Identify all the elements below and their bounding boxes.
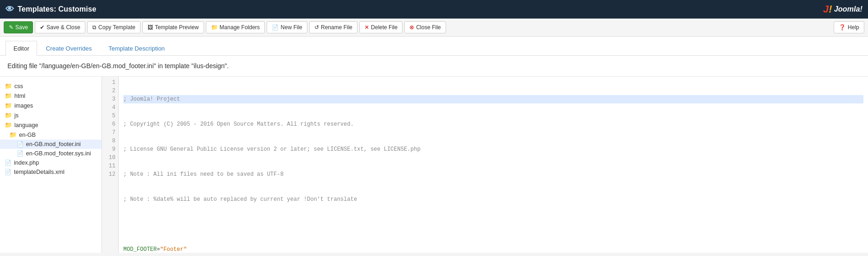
folder-icon: 📁 xyxy=(211,24,218,31)
tree-label-index: index.php xyxy=(14,160,39,166)
tab-editor[interactable]: Editor xyxy=(6,41,37,56)
tree-label-ini: en-GB.mod_footer.ini xyxy=(26,141,81,147)
folder-icon-js: 📁 xyxy=(5,112,12,119)
rename-icon: ↺ xyxy=(314,24,319,31)
tree-label-html: html xyxy=(14,93,26,99)
tree-item-images[interactable]: 📁 images xyxy=(0,101,102,110)
file-icon-sys-ini: 📄 xyxy=(17,150,24,157)
close-icon: ⊗ xyxy=(409,24,414,31)
tree-item-html[interactable]: 📁 html xyxy=(0,91,102,101)
tree-item-js[interactable]: 📁 js xyxy=(0,110,102,120)
tree-item-css[interactable]: 📁 css xyxy=(0,81,102,91)
folder-icon-css: 📁 xyxy=(5,83,12,90)
tree-label-language: language xyxy=(14,122,38,128)
delete-icon: ✕ xyxy=(364,24,369,31)
eye-icon: 👁 xyxy=(6,5,14,14)
folder-icon-html: 📁 xyxy=(5,92,12,99)
tab-template-description-label: Template Description xyxy=(108,45,165,52)
joomla-logo-text: Joomla! xyxy=(834,5,862,13)
code-line-1: ; Joomla! Project xyxy=(123,95,863,103)
tree-label-sys-ini: en-GB.mod_footer.sys.ini xyxy=(26,150,91,157)
save-icon: ✎ xyxy=(9,24,13,31)
main-content: 📁 css 📁 html 📁 images 📁 js 📁 language 📁 … xyxy=(0,77,868,253)
tree-item-sys-ini[interactable]: 📄 en-GB.mod_footer.sys.ini xyxy=(0,149,102,158)
copy-icon: ⧉ xyxy=(92,24,96,31)
help-button[interactable]: ❓ Help xyxy=(834,21,864,33)
code-line-4: ; Note : All ini files need to be saved … xyxy=(123,170,863,179)
delete-file-label: Delete File xyxy=(371,24,397,31)
tree-item-template-xml[interactable]: 📄 templateDetails.xml xyxy=(0,167,102,177)
joomla-logo: J! Joomla! xyxy=(823,3,862,15)
save-close-label: Save & Close xyxy=(46,24,80,31)
code-line-3: ; License GNU General Public License ver… xyxy=(123,145,863,154)
tab-editor-label: Editor xyxy=(13,45,29,52)
tab-create-overrides[interactable]: Create Overrides xyxy=(38,41,100,56)
folder-icon-images: 📁 xyxy=(5,102,12,109)
manage-folders-button[interactable]: 📁 Manage Folders xyxy=(206,21,265,33)
code-area[interactable]: 1 2 3 4 5 6 7 8 9 10 11 12 ; Joomla! Pro… xyxy=(102,77,868,253)
code-content[interactable]: ; Joomla! Project ; Copyright (C) 2005 -… xyxy=(119,77,868,253)
file-info: Editing file "/language/en-GB/en-GB.mod_… xyxy=(0,56,868,77)
header-bar: 👁 Templates: Customise J! Joomla! xyxy=(0,0,868,19)
title-text: Templates: Customise xyxy=(18,5,96,13)
template-preview-button[interactable]: 🖼 Template Preview xyxy=(142,21,204,33)
rename-file-button[interactable]: ↺ Rename File xyxy=(309,21,357,33)
folder-icon-en-gb: 📁 xyxy=(9,131,17,138)
close-file-button[interactable]: ⊗ Close File xyxy=(404,21,446,33)
close-file-label: Close File xyxy=(416,24,440,31)
file-icon-index: 📄 xyxy=(5,160,12,166)
toolbar: ✎ Save ✔ Save & Close ⧉ Copy Template 🖼 … xyxy=(0,19,868,37)
new-file-icon: 📄 xyxy=(272,24,279,31)
code-line-6 xyxy=(123,220,863,229)
file-info-text: Editing file "/language/en-GB/en-GB.mod_… xyxy=(7,62,229,70)
file-icon-ini: 📄 xyxy=(17,141,24,147)
help-icon: ❓ xyxy=(839,24,846,31)
save-label: Save xyxy=(15,24,28,31)
copy-template-button[interactable]: ⧉ Copy Template xyxy=(87,21,140,33)
save-close-button[interactable]: ✔ Save & Close xyxy=(35,21,85,33)
page-title: 👁 Templates: Customise xyxy=(6,5,96,14)
preview-icon: 🖼 xyxy=(147,24,153,31)
tree-item-language[interactable]: 📁 language xyxy=(0,120,102,130)
tab-template-description[interactable]: Template Description xyxy=(101,41,172,56)
help-label: Help xyxy=(848,24,859,31)
tree-label-xml: templateDetails.xml xyxy=(14,169,64,175)
tree-item-ini[interactable]: 📄 en-GB.mod_footer.ini xyxy=(0,140,102,149)
code-line-7: MOD_FOOTER="Footer" xyxy=(123,245,863,253)
file-icon-xml: 📄 xyxy=(5,169,12,175)
folder-icon-language: 📁 xyxy=(5,122,12,128)
tree-item-index-php[interactable]: 📄 index.php xyxy=(0,158,102,167)
rename-file-label: Rename File xyxy=(321,24,352,31)
tree-label-js: js xyxy=(14,112,19,119)
delete-file-button[interactable]: ✕ Delete File xyxy=(359,21,402,33)
toolbar-right: ❓ Help xyxy=(834,21,864,33)
manage-folders-label: Manage Folders xyxy=(220,24,260,31)
tab-create-overrides-label: Create Overrides xyxy=(46,45,92,52)
tree-label-images: images xyxy=(14,102,33,109)
code-line-5: ; Note : %date% will be auto replaced by… xyxy=(123,195,863,204)
tabs-bar: Editor Create Overrides Template Descrip… xyxy=(0,37,868,56)
save-button[interactable]: ✎ Save xyxy=(4,21,33,33)
file-tree: 📁 css 📁 html 📁 images 📁 js 📁 language 📁 … xyxy=(0,77,102,253)
copy-template-label: Copy Template xyxy=(98,24,135,31)
checkmark-icon: ✔ xyxy=(40,24,45,31)
template-preview-label: Template Preview xyxy=(155,24,199,31)
tree-label-en-gb: en-GB xyxy=(19,132,36,138)
new-file-button[interactable]: 📄 New File xyxy=(267,21,307,33)
tree-item-en-gb[interactable]: 📁 en-GB xyxy=(0,130,102,140)
new-file-label: New File xyxy=(281,24,302,31)
code-editor[interactable]: 1 2 3 4 5 6 7 8 9 10 11 12 ; Joomla! Pro… xyxy=(102,77,868,253)
line-numbers: 1 2 3 4 5 6 7 8 9 10 11 12 xyxy=(102,77,119,253)
code-line-2: ; Copyright (C) 2005 - 2016 Open Source … xyxy=(123,120,863,128)
joomla-logo-icon: J! xyxy=(823,3,832,15)
tree-label-css: css xyxy=(14,83,23,90)
